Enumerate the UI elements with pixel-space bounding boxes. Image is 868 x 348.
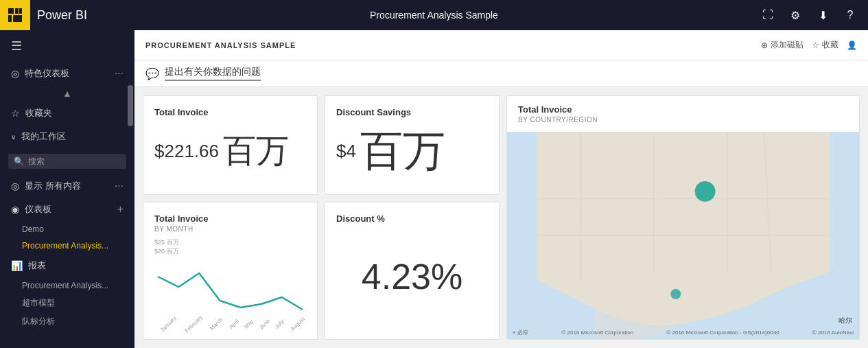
search-box[interactable]: 🔍	[8, 154, 126, 169]
add-tile-icon: ⊕	[761, 40, 768, 50]
featured-label: 特色仪表板	[25, 67, 69, 80]
svg-point-12	[695, 181, 716, 202]
add-tile-label: 添加磁贴	[771, 39, 804, 51]
display-label: 显示 所有内容	[25, 180, 81, 192]
label-mar: March	[209, 316, 224, 332]
total-invoice-by-month-card: Total Invoice BY MONTH $25 百万 $20 百万 Jan…	[143, 202, 318, 340]
topbar-icons: ⛶ ⚙ ⬇ ?	[755, 3, 863, 27]
dashboards-label: 仪表板	[25, 203, 51, 216]
line-chart-area: January February March April May June Ju…	[154, 263, 306, 328]
svg-rect-2	[19, 8, 22, 14]
sub-header-actions: ⊕ 添加磁贴 ☆ 收藏 👤	[761, 39, 857, 51]
label-aug: August	[290, 316, 306, 332]
map-subtitle: BY COUNTRY/REGION	[518, 116, 848, 124]
discount-savings-card: Discount Savings $4 百万	[325, 95, 500, 195]
sidebar-item-dashboards[interactable]: ◉ 仪表板 +	[0, 198, 134, 221]
dashboards-icon: ◉	[11, 204, 19, 215]
featured-dots[interactable]: ···	[115, 67, 124, 80]
map-bing-logo: ⌖ 必应	[513, 329, 528, 336]
map-body: 哈尔 ⌖ 必应 © 2016 Microsoft Corporation © 2…	[507, 132, 859, 339]
label-jul: July	[274, 318, 285, 329]
qa-bar[interactable]: 💬 提出有关你数据的问题	[134, 60, 868, 87]
share-button[interactable]: 👤	[847, 40, 857, 50]
display-dots[interactable]: ···	[115, 180, 124, 192]
total-invoice-value-container: $221.66 百万	[154, 119, 306, 183]
workspace-arrow: ∨	[11, 133, 16, 141]
bottom-row: Total Invoice BY MONTH $25 百万 $20 百万 Jan…	[143, 202, 500, 340]
main-layout: ☰ ◎ 特色仪表板 ··· ▲ ☆ 收藏夹 ∨ 我的工作区 🔍 ◎ 显示 所有内…	[0, 30, 868, 348]
help-button[interactable]: ?	[838, 3, 863, 27]
grid-icon	[8, 8, 23, 23]
map-copy2: © 2016 Microsoft Corporation - GS(2014)6…	[666, 329, 779, 336]
scroll-up[interactable]: ▲	[0, 85, 134, 102]
discount-pct-title: Discount %	[336, 213, 488, 224]
dashboard: Total Invoice $221.66 百万 Discount Saving…	[134, 87, 868, 348]
sub-header-title: PROCUREMENT ANALYSIS SAMPLE	[145, 41, 761, 49]
line-chart-svg	[154, 263, 306, 318]
discount-pct-value: 4.23%	[336, 225, 488, 328]
by-month-title: Total Invoice	[154, 213, 306, 224]
svg-rect-3	[8, 15, 12, 22]
discount-savings-title: Discount Savings	[336, 107, 488, 117]
featured-icon: ◎	[11, 68, 19, 79]
sidebar-item-display[interactable]: ◎ 显示 所有内容 ···	[0, 174, 134, 198]
dashboard-demo[interactable]: Demo	[0, 221, 134, 237]
search-input[interactable]	[28, 156, 121, 166]
favorite-icon: ☆	[812, 40, 819, 50]
favorites-label: 收藏夹	[25, 107, 52, 119]
qa-prompt: 提出有关你数据的问题	[165, 66, 261, 81]
map-footer: ⌖ 必应 © 2016 Microsoft Corporation © 2016…	[507, 329, 859, 336]
reports-bar-icon: 📊	[11, 260, 23, 271]
total-invoice-card: Total Invoice $221.66 百万	[143, 95, 318, 195]
add-tile-button[interactable]: ⊕ 添加磁贴	[761, 39, 804, 51]
report-team[interactable]: 队标分析	[0, 312, 134, 331]
x-axis-labels: January February March April May June Ju…	[154, 322, 306, 328]
download-button[interactable]: ⬇	[810, 3, 835, 27]
sidebar-scrollbar[interactable]	[128, 85, 133, 126]
sidebar-item-workspace[interactable]: ∨ 我的工作区	[0, 125, 134, 148]
map-svg	[507, 132, 859, 339]
svg-rect-1	[15, 8, 19, 14]
label-jun: June	[258, 318, 271, 331]
top-row: Total Invoice $221.66 百万 Discount Saving…	[143, 95, 500, 195]
add-dashboard-icon[interactable]: +	[117, 203, 124, 216]
by-month-subtitle: BY MONTH	[154, 225, 306, 233]
favorite-label: 收藏	[822, 39, 838, 51]
left-panels: Total Invoice $221.66 百万 Discount Saving…	[143, 95, 500, 340]
workspace-label: 我的工作区	[21, 130, 66, 143]
discount-savings-value: $4	[336, 141, 356, 162]
expand-button[interactable]: ⛶	[755, 3, 780, 27]
page-title-topbar: Procurement Analysis Sample	[370, 10, 498, 21]
sidebar-item-reports-label: 📊 报表	[0, 254, 134, 277]
hamburger-menu[interactable]: ☰	[0, 30, 134, 62]
dashboard-procurement[interactable]: Procurement Analysis...	[0, 237, 134, 254]
topbar: Power BI Procurement Analysis Sample ⛶ ⚙…	[0, 0, 868, 30]
discount-pct-card: Discount % 4.23%	[325, 202, 500, 340]
map-title: Total Invoice	[518, 104, 848, 115]
sub-header: PROCUREMENT ANALYSIS SAMPLE ⊕ 添加磁贴 ☆ 收藏 …	[134, 30, 868, 60]
total-invoice-title: Total Invoice	[154, 107, 306, 117]
map-container: 哈尔 ⌖ 必应 © 2016 Microsoft Corporation © 2…	[507, 132, 859, 339]
settings-button[interactable]: ⚙	[783, 3, 808, 27]
report-supermarket[interactable]: 超市模型	[0, 294, 134, 312]
sidebar: ☰ ◎ 特色仪表板 ··· ▲ ☆ 收藏夹 ∨ 我的工作区 🔍 ◎ 显示 所有内…	[0, 30, 134, 348]
app-logo[interactable]	[0, 0, 30, 30]
sidebar-item-featured[interactable]: ◎ 特色仪表板 ···	[0, 62, 134, 85]
search-icon: 🔍	[14, 156, 24, 166]
label-apr: April	[228, 318, 240, 330]
map-copy3: © 2016 AutoNavi	[812, 329, 854, 336]
svg-rect-4	[13, 15, 22, 22]
sidebar-item-favorites[interactable]: ☆ 收藏夹	[0, 102, 134, 125]
favorite-button[interactable]: ☆ 收藏	[812, 39, 838, 51]
total-invoice-unit: 百万	[223, 135, 289, 167]
total-invoice-value: $221.66	[154, 141, 219, 162]
y-label-20: $20 百万	[154, 247, 306, 256]
display-icon: ◎	[11, 181, 19, 192]
map-copy1: © 2016 Microsoft Corporation	[562, 329, 634, 336]
report-procurement[interactable]: Procurement Analysis...	[0, 277, 134, 294]
qa-icon: 💬	[145, 67, 159, 80]
discount-savings-value-container: $4 百万	[336, 119, 488, 183]
svg-rect-0	[8, 8, 14, 14]
map-card: Total Invoice BY COUNTRY/REGION	[506, 95, 860, 340]
share-icon: 👤	[847, 40, 857, 50]
